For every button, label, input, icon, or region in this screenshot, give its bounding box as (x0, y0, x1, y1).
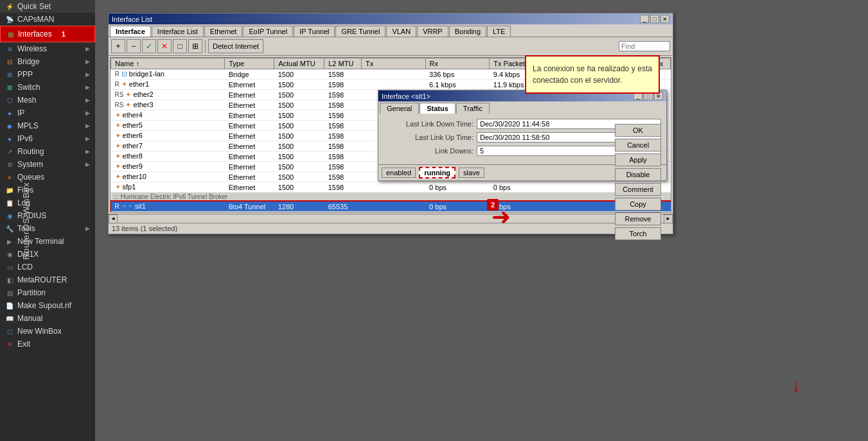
sidebar-item-exit[interactable]: ✕ Exit (0, 338, 95, 350)
table-row[interactable]: ✦ sfp1Ethernet150015980 bps0 bps (111, 182, 671, 193)
tab-traffic[interactable]: Traffic (456, 103, 490, 114)
sidebar-item-ip[interactable]: ● IP (0, 107, 95, 119)
hscroll-left[interactable]: ◄ (109, 214, 118, 223)
row-flag: ✦ sfp1 (111, 182, 225, 193)
row-flag: ✦ ether5 (111, 121, 225, 131)
radius-icon: ◉ (5, 211, 14, 220)
add-button[interactable]: + (111, 39, 125, 53)
detail-title: Interface <sit1> (382, 92, 430, 100)
tab-eoip-tunnel[interactable]: EoIP Tunnel (243, 26, 293, 37)
sidebar-item-quick-set[interactable]: ⚡ Quick Set (0, 0, 95, 13)
mesh-icon: ⬡ (5, 96, 14, 105)
sidebar-item-log[interactable]: 📋 Log (0, 196, 95, 209)
col-type[interactable]: Type (225, 58, 274, 69)
sidebar-item-wireless[interactable]: ≋ Wireless (0, 42, 95, 55)
col-actual-mtu[interactable]: Actual MTU (274, 58, 324, 69)
hscroll-right[interactable]: ► (664, 214, 673, 223)
row-actual_mtu: 1500 (274, 110, 324, 121)
row-l2_mtu: 1598 (324, 110, 362, 121)
remove-button[interactable]: − (127, 39, 141, 53)
sidebar-item-label: Exit (17, 340, 30, 349)
cross-button[interactable]: ✕ (157, 39, 172, 53)
row-tx (361, 80, 425, 90)
sidebar-item-capsman[interactable]: 📡 CAPsMAN (0, 13, 95, 26)
sidebar-item-system[interactable]: ⚙ System (0, 158, 95, 171)
col-name[interactable]: Name ↑ (111, 58, 225, 69)
row-l2_mtu: 1598 (324, 151, 362, 162)
sidebar-item-manual[interactable]: 📖 Manual (0, 312, 95, 325)
sidebar-item-partition[interactable]: ▨ Partition (0, 286, 95, 299)
detect-internet-button[interactable]: Detect Internet (208, 39, 263, 53)
sidebar-item-routing[interactable]: ↗ Routing (0, 145, 95, 158)
row-l2_mtu: 1598 (324, 121, 362, 131)
sidebar-item-tools[interactable]: 🔧 Tools (0, 222, 95, 235)
ip-icon: ● (5, 108, 14, 117)
sidebar-item-label: Bridge (17, 57, 40, 66)
sidebar-item-mpls[interactable]: ◆ MPLS (0, 119, 95, 132)
col-tx[interactable]: Tx (361, 58, 425, 69)
tab-gre-tunnel[interactable]: GRE Tunnel (335, 26, 385, 37)
row-l2_mtu: 1598 (324, 141, 362, 151)
tab-ip-tunnel[interactable]: IP Tunnel (294, 26, 335, 37)
close-button[interactable]: ✕ (660, 15, 669, 23)
sidebar-item-ipv6[interactable]: ● IPv6 (0, 132, 95, 145)
remove-btn[interactable]: Remove (615, 212, 661, 225)
sidebar-item-dot1x[interactable]: ◉ Dot1X (0, 248, 95, 261)
table-row[interactable]: R ✦✦ sit16to4 Tunnel1280655350 bps0 bps (111, 202, 671, 212)
check-button[interactable]: ✓ (142, 39, 156, 53)
tab-status[interactable]: Status (420, 103, 456, 114)
sidebar-item-label: Make Supout.rif (17, 301, 71, 310)
sidebar-item-bridge[interactable]: ⊟ Bridge (0, 55, 95, 68)
comment-button[interactable]: Comment (615, 183, 661, 196)
sidebar-item-label: Interfaces (18, 30, 52, 39)
row-flag: ✦ ether4 (111, 110, 225, 121)
torch-button[interactable]: Torch (615, 227, 661, 240)
filter-button[interactable]: ⊞ (188, 39, 202, 53)
wireless-icon: ≋ (5, 44, 14, 53)
row-tx_pkt: 0 bps (490, 182, 549, 193)
sidebar-item-new-winbox[interactable]: ◻ New WinBox (0, 325, 95, 338)
minimize-button[interactable]: _ (640, 15, 649, 23)
search-input[interactable] (619, 41, 670, 51)
tab-general[interactable]: General (380, 103, 419, 114)
status-slave: slave (459, 168, 484, 178)
tab-lte[interactable]: LTE (487, 26, 511, 37)
row-tx (361, 182, 425, 193)
ok-button[interactable]: OK (615, 124, 661, 137)
switch-icon: ⊠ (5, 83, 14, 92)
sidebar-item-label: Routing (17, 147, 44, 156)
tab-interface-list[interactable]: Interface List (152, 26, 204, 37)
sidebar-item-mesh[interactable]: ⬡ Mesh (0, 94, 95, 107)
tab-interface[interactable]: Interface (110, 26, 151, 37)
cancel-button[interactable]: Cancel (615, 139, 661, 151)
row-actual_mtu: 1500 (274, 182, 324, 193)
col-rx[interactable]: Rx (425, 58, 490, 69)
sidebar-item-label: Manual (17, 314, 42, 323)
sidebar-item-interfaces[interactable]: ▦ Interfaces 1 (0, 26, 95, 42)
tab-vrrp[interactable]: VRRP (417, 26, 448, 37)
col-l2-mtu[interactable]: L2 MTU (324, 58, 362, 69)
sidebar-item-lcd[interactable]: ▭ LCD (0, 261, 95, 273)
sidebar-item-queues[interactable]: ≡ Queues (0, 171, 95, 184)
row-flag: ✦ ether10 (111, 172, 225, 182)
disable-button[interactable]: Disable (615, 168, 661, 181)
tab-ethernet[interactable]: Ethernet (204, 26, 243, 37)
sidebar-item-radius[interactable]: ◉ RADIUS (0, 209, 95, 222)
sidebar-item-label: Queues (17, 173, 44, 182)
apply-button[interactable]: Apply (615, 153, 661, 166)
sidebar-item-metarouter[interactable]: ◧ MetaROUTER (0, 273, 95, 286)
sidebar-item-files[interactable]: 📁 Files (0, 184, 95, 196)
sidebar-item-ppp[interactable]: ⊞ PPP (0, 68, 95, 81)
maximize-button[interactable]: □ (650, 15, 659, 23)
sidebar-item-new-terminal[interactable]: ▶ New Terminal (0, 235, 95, 248)
ppp-icon: ⊞ (5, 70, 14, 79)
tab-bonding[interactable]: Bonding (449, 26, 486, 37)
sidebar-item-switch[interactable]: ⊠ Switch (0, 81, 95, 94)
copy-button[interactable]: Copy (615, 198, 661, 211)
table-row[interactable]: ::: Hurricane Electric IPv6 Tunnel Broke… (111, 193, 671, 202)
copy-button-tb[interactable]: □ (173, 39, 187, 53)
sidebar-item-label: System (17, 160, 43, 169)
tab-vlan[interactable]: VLAN (386, 26, 416, 37)
sidebar-item-make-supout[interactable]: 📄 Make Supout.rif (0, 299, 95, 312)
row-tx (361, 69, 425, 80)
